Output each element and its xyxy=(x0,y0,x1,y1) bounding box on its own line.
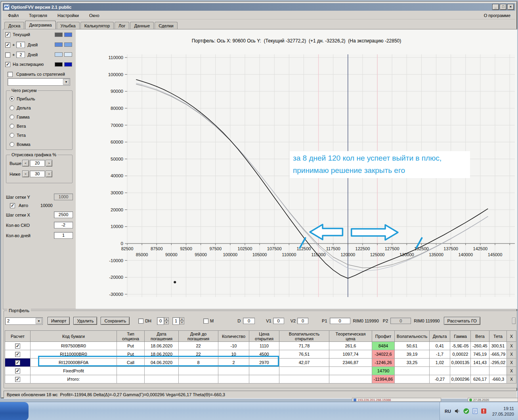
tab-6[interactable]: Сделки xyxy=(155,22,178,29)
calc-margin-button[interactable]: Рассчитать ГО xyxy=(444,317,480,325)
column-header[interactable]: Профит xyxy=(372,331,395,342)
antivirus-ok-icon[interactable] xyxy=(463,408,469,415)
column-header[interactable]: Цена открытия xyxy=(249,331,279,342)
column-header[interactable]: Расчет xyxy=(5,331,31,342)
row-calc-checkbox[interactable]: ✓ xyxy=(15,343,20,349)
days-offset-field-1[interactable]: 1 xyxy=(16,42,25,48)
clock[interactable]: 19:11 27.05.2020 xyxy=(492,406,514,417)
row-close-button[interactable]: X xyxy=(507,359,516,367)
series-checkbox-2[interactable] xyxy=(5,52,10,58)
column-header[interactable]: Вега xyxy=(471,331,489,342)
menu-item-2[interactable]: Настройки xyxy=(52,12,84,19)
column-header[interactable]: Код бумаги xyxy=(31,331,117,342)
toolbar-grip[interactable] xyxy=(512,318,516,324)
dh-checkbox[interactable] xyxy=(138,318,143,324)
radio-option-1[interactable]: Дельта xyxy=(10,104,72,113)
row-close-button[interactable]: X xyxy=(507,375,516,384)
column-header[interactable]: X xyxy=(507,331,516,342)
p2-field[interactable]: 0 xyxy=(390,318,411,324)
column-header[interactable]: Теоретическая цена xyxy=(329,331,372,342)
series-checkbox-0[interactable]: ✓ xyxy=(5,32,10,37)
radio-option-2[interactable]: Гамма xyxy=(10,113,72,122)
compare-strategy-checkbox[interactable] xyxy=(8,72,13,77)
column-header[interactable]: Дата погашения xyxy=(145,331,179,342)
calc-cell[interactable]: ✓ xyxy=(5,375,31,384)
decrease-button[interactable]: < xyxy=(22,171,29,177)
portfolio-number-select-button[interactable]: ▼ xyxy=(36,318,42,324)
grid-step-x-field[interactable]: 2500 xyxy=(54,211,73,218)
row-close-button[interactable]: X xyxy=(507,350,516,359)
row-calc-checkbox[interactable]: ✓ xyxy=(15,352,20,357)
p1-field[interactable]: 0 xyxy=(330,318,350,324)
column-header[interactable]: Тета xyxy=(489,331,507,342)
row-calc-checkbox[interactable]: ✓ xyxy=(15,377,20,382)
column-header[interactable]: Количество xyxy=(218,331,249,342)
column-header[interactable]: Волатильность открытия xyxy=(279,331,329,342)
titlebar[interactable]: OptionFVV версия 2.1 public _ □ × xyxy=(3,3,515,11)
import-button[interactable]: Импорт xyxy=(48,317,70,325)
column-header[interactable]: Тип опциона xyxy=(117,331,145,342)
speaker-icon[interactable] xyxy=(454,408,460,415)
column-header[interactable]: Дельта xyxy=(430,331,450,342)
auto-checkbox[interactable]: ✓ xyxy=(10,203,15,208)
days-offset-field-2[interactable]: 2 xyxy=(16,52,25,58)
calc-cell[interactable]: ✓ xyxy=(5,342,31,350)
row-close-button[interactable]: X xyxy=(507,342,516,350)
spin-down-icon[interactable]: ▼ xyxy=(180,321,184,324)
tab-4[interactable]: Лог xyxy=(115,22,129,29)
calc-cell[interactable]: ✓ xyxy=(5,359,31,367)
v1-field[interactable]: 0 xyxy=(273,318,284,324)
spin-up-icon[interactable]: ▲ xyxy=(164,317,169,321)
row-close-button[interactable]: X xyxy=(507,367,516,375)
column-header[interactable]: Волатильность xyxy=(395,331,430,342)
start-button-partial[interactable] xyxy=(0,402,29,420)
series-checkbox-1[interactable]: ✓ xyxy=(5,42,10,48)
decrease-button[interactable]: < xyxy=(22,160,29,167)
row-calc-checkbox[interactable]: ✓ xyxy=(15,360,20,365)
tab-5[interactable]: Данные xyxy=(130,22,154,29)
increase-button[interactable]: > xyxy=(46,160,52,167)
days-count-field[interactable]: 1 xyxy=(54,232,73,239)
tab-0[interactable]: Доска xyxy=(4,22,24,29)
language-indicator[interactable]: RU xyxy=(445,409,451,414)
tab-3[interactable]: Калькулятор xyxy=(80,22,114,29)
maximize-button[interactable]: □ xyxy=(500,4,507,10)
radio-option-0[interactable]: Прибыль xyxy=(10,94,72,104)
delete-button[interactable]: Удалить xyxy=(73,317,97,325)
calc-cell[interactable]: ✓ xyxy=(5,350,31,359)
spin-up-icon[interactable]: ▲ xyxy=(180,317,184,321)
tab-2[interactable]: Улыбка xyxy=(57,22,80,29)
render-percent-field[interactable]: 20 xyxy=(30,160,45,167)
radio-option-4[interactable]: Тета xyxy=(10,131,72,140)
strategy-select[interactable]: ▼ xyxy=(8,78,70,86)
sko-count-field[interactable]: -2 xyxy=(54,222,73,228)
grid-step-y-field[interactable]: 1000 xyxy=(54,194,73,200)
document-tray-icon[interactable] xyxy=(472,408,478,415)
alert-tray-icon[interactable] xyxy=(481,408,487,415)
portfolio-number-select[interactable]: 2 ▼ xyxy=(5,317,43,325)
save-button[interactable]: Сохранить xyxy=(101,317,130,325)
radio-option-3[interactable]: Вега xyxy=(10,122,72,131)
tab-1[interactable]: Диаграмма xyxy=(25,21,55,29)
minimize-button[interactable]: _ xyxy=(492,4,499,10)
menu-item-0[interactable]: Файл xyxy=(3,12,24,19)
v2-field[interactable]: 0 xyxy=(297,318,308,324)
m-checkbox[interactable] xyxy=(203,318,208,324)
close-button[interactable]: × xyxy=(507,4,514,10)
row-calc-checkbox[interactable]: ✓ xyxy=(15,368,20,374)
menu-item-3[interactable]: Окно xyxy=(84,12,105,19)
dh-spinner-1[interactable]: 0 ▲▼ xyxy=(157,317,169,325)
menu-about[interactable]: О программе xyxy=(479,12,515,19)
calc-cell[interactable]: ✓ xyxy=(5,367,31,375)
menu-item-1[interactable]: Торговля xyxy=(24,12,52,19)
column-header[interactable]: Дней до погашения xyxy=(179,331,218,342)
series-checkbox-3[interactable]: ✓ xyxy=(5,62,10,67)
radio-option-5[interactable]: Вомма xyxy=(10,140,72,149)
strategy-select-button[interactable]: ▼ xyxy=(63,79,69,85)
render-percent-field[interactable]: 30 xyxy=(30,171,45,177)
dh-spinner-2[interactable]: 1 ▲▼ xyxy=(172,317,184,325)
d-field[interactable]: 0 xyxy=(243,318,255,324)
spin-down-icon[interactable]: ▼ xyxy=(164,321,169,324)
increase-button[interactable]: > xyxy=(46,171,52,177)
column-header[interactable]: Гамма xyxy=(450,331,471,342)
